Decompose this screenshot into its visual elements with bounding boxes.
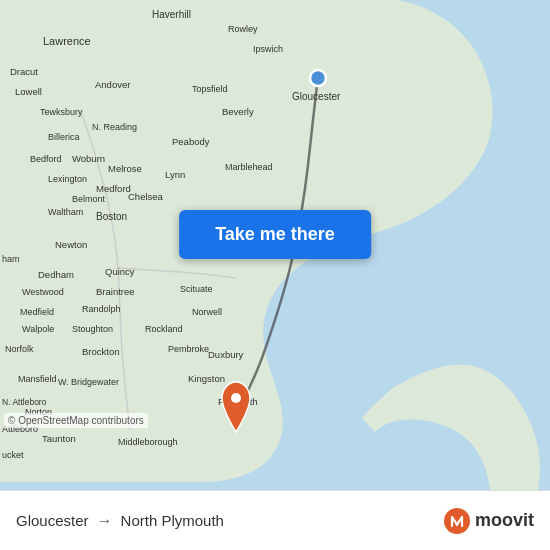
take-me-there-button[interactable]: Take me there — [179, 210, 371, 259]
svg-text:Randolph: Randolph — [82, 304, 121, 314]
map-attribution: © OpenStreetMap contributors — [4, 413, 148, 428]
svg-text:Woburn: Woburn — [72, 153, 105, 164]
svg-text:Gloucester: Gloucester — [292, 91, 341, 102]
svg-text:Rockland: Rockland — [145, 324, 183, 334]
moovit-brand-icon — [443, 507, 471, 535]
svg-text:Stoughton: Stoughton — [72, 324, 113, 334]
svg-text:Kingston: Kingston — [188, 373, 225, 384]
bottom-bar: Gloucester → North Plymouth moovit — [0, 490, 550, 550]
svg-point-58 — [231, 393, 241, 403]
svg-text:Quincy: Quincy — [105, 266, 135, 277]
svg-text:Middleborough: Middleborough — [118, 437, 178, 447]
svg-text:Brockton: Brockton — [82, 346, 120, 357]
map-container: Lawrence Haverhill Rowley Ipswich Glouce… — [0, 0, 550, 490]
svg-text:Melrose: Melrose — [108, 163, 142, 174]
svg-text:Norfolk: Norfolk — [5, 344, 34, 354]
svg-text:Rowley: Rowley — [228, 24, 258, 34]
svg-text:ucket: ucket — [2, 450, 24, 460]
svg-text:W. Bridgewater: W. Bridgewater — [58, 377, 119, 387]
svg-text:Lexington: Lexington — [48, 174, 87, 184]
svg-text:N. Attleboro: N. Attleboro — [2, 397, 47, 407]
svg-text:Dracut: Dracut — [10, 66, 38, 77]
svg-text:Billerica: Billerica — [48, 132, 80, 142]
svg-text:Beverly: Beverly — [222, 106, 254, 117]
svg-text:N. Reading: N. Reading — [92, 122, 137, 132]
svg-text:Boston: Boston — [96, 211, 127, 222]
svg-text:Marblehead: Marblehead — [225, 162, 273, 172]
svg-text:Lynn: Lynn — [165, 169, 185, 180]
route-info: Gloucester → North Plymouth — [16, 512, 443, 530]
svg-text:Scituate: Scituate — [180, 284, 213, 294]
svg-text:Lawrence: Lawrence — [43, 35, 91, 47]
svg-text:Westwood: Westwood — [22, 287, 64, 297]
svg-text:Norwell: Norwell — [192, 307, 222, 317]
svg-text:Belmont: Belmont — [72, 194, 106, 204]
svg-text:Pembroke: Pembroke — [168, 344, 209, 354]
origin-label: Gloucester — [16, 512, 89, 529]
moovit-logo: moovit — [443, 507, 534, 535]
svg-text:Andover: Andover — [95, 79, 130, 90]
svg-text:Chelsea: Chelsea — [128, 191, 164, 202]
svg-text:Medford: Medford — [96, 183, 131, 194]
svg-text:Lowell: Lowell — [15, 86, 42, 97]
svg-text:Taunton: Taunton — [42, 433, 76, 444]
svg-point-59 — [444, 508, 470, 534]
svg-text:Newton: Newton — [55, 239, 87, 250]
svg-text:Dedham: Dedham — [38, 269, 74, 280]
route-arrow-icon: → — [97, 512, 113, 530]
svg-text:Waltham: Waltham — [48, 207, 83, 217]
svg-text:Peabody: Peabody — [172, 136, 210, 147]
svg-text:Duxbury: Duxbury — [208, 349, 244, 360]
svg-text:Medfield: Medfield — [20, 307, 54, 317]
svg-text:Braintree: Braintree — [96, 286, 135, 297]
svg-point-9 — [310, 70, 326, 86]
moovit-brand-text: moovit — [475, 510, 534, 531]
svg-text:Haverhill: Haverhill — [152, 9, 191, 20]
svg-text:Ipswich: Ipswich — [253, 44, 283, 54]
destination-label: North Plymouth — [121, 512, 224, 529]
svg-text:ham: ham — [2, 254, 20, 264]
svg-text:Walpole: Walpole — [22, 324, 54, 334]
svg-text:Mansfield: Mansfield — [18, 374, 57, 384]
svg-text:Tewksbury: Tewksbury — [40, 107, 83, 117]
svg-text:Bedford: Bedford — [30, 154, 62, 164]
svg-text:Topsfield: Topsfield — [192, 84, 228, 94]
